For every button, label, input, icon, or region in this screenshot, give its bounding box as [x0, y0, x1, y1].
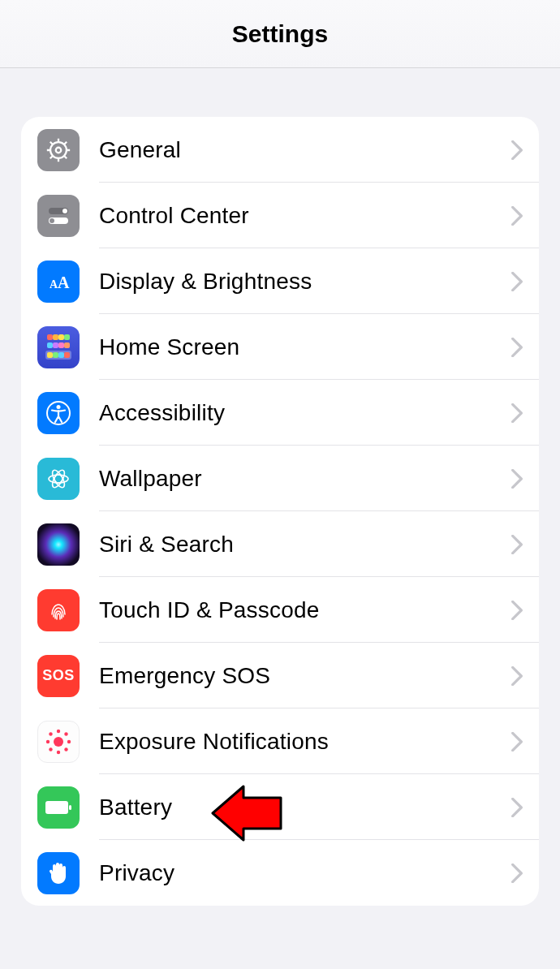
settings-row-label: Wallpaper	[99, 466, 511, 492]
svg-line-6	[50, 141, 53, 144]
home-screen-icon	[37, 326, 80, 368]
svg-point-27	[49, 732, 52, 735]
settings-row-label: Touch ID & Passcode	[99, 597, 511, 623]
sos-icon: SOS	[37, 655, 80, 697]
navigation-bar: Settings	[0, 0, 560, 68]
chevron-right-icon	[511, 666, 523, 686]
settings-row-label: Control Center	[99, 203, 511, 229]
chevron-right-icon	[511, 601, 523, 620]
chevron-right-icon	[511, 469, 523, 489]
svg-point-17	[57, 405, 61, 409]
settings-row-siri-search[interactable]: Siri & Search	[21, 511, 539, 577]
settings-row-battery[interactable]: Battery	[21, 774, 539, 840]
gear-icon	[37, 129, 80, 171]
svg-line-7	[64, 156, 67, 158]
settings-row-home-screen[interactable]: Home Screen	[21, 314, 539, 380]
svg-point-26	[67, 739, 71, 743]
settings-row-touch-id-passcode[interactable]: Touch ID & Passcode	[21, 577, 539, 643]
svg-point-24	[57, 750, 60, 753]
settings-row-privacy[interactable]: Privacy	[21, 840, 539, 906]
svg-line-8	[50, 156, 53, 158]
chevron-right-icon	[511, 140, 523, 160]
settings-row-label: Display & Brightness	[99, 269, 511, 295]
exposure-icon	[37, 721, 80, 763]
settings-row-label: Accessibility	[99, 400, 511, 426]
settings-group: General Control Center A A	[21, 117, 539, 906]
hand-icon	[37, 852, 80, 894]
accessibility-icon	[37, 392, 80, 434]
chevron-right-icon	[511, 863, 523, 883]
battery-icon	[37, 786, 80, 829]
svg-text:A: A	[58, 273, 70, 291]
svg-point-25	[46, 739, 50, 743]
svg-point-30	[49, 747, 52, 751]
svg-line-9	[64, 141, 67, 144]
settings-row-general[interactable]: General	[21, 117, 539, 183]
siri-icon	[37, 523, 80, 566]
settings-row-label: General	[99, 137, 511, 163]
svg-point-29	[64, 732, 67, 735]
chevron-right-icon	[511, 535, 523, 554]
toggles-icon	[37, 195, 80, 237]
svg-point-23	[57, 729, 60, 732]
settings-row-label: Battery	[99, 795, 511, 820]
settings-row-accessibility[interactable]: Accessibility	[21, 380, 539, 446]
svg-point-28	[64, 747, 67, 751]
settings-row-label: Privacy	[99, 860, 511, 886]
svg-rect-31	[45, 801, 68, 814]
settings-row-label: Home Screen	[99, 334, 511, 360]
svg-rect-32	[69, 805, 71, 810]
settings-row-emergency-sos[interactable]: SOS Emergency SOS	[21, 643, 539, 708]
settings-row-label: Exposure Notifications	[99, 729, 511, 755]
settings-row-label: Emergency SOS	[99, 663, 511, 689]
page-title: Settings	[232, 20, 328, 48]
chevron-right-icon	[511, 403, 523, 423]
settings-row-label: Siri & Search	[99, 532, 511, 558]
chevron-right-icon	[511, 798, 523, 817]
settings-row-wallpaper[interactable]: Wallpaper	[21, 446, 539, 511]
svg-point-0	[50, 142, 67, 158]
svg-point-19	[49, 475, 68, 483]
settings-row-exposure-notifications[interactable]: Exposure Notifications	[21, 708, 539, 774]
chevron-right-icon	[511, 206, 523, 226]
svg-point-13	[50, 218, 54, 223]
chevron-right-icon	[511, 732, 523, 752]
svg-point-22	[54, 737, 63, 747]
settings-row-control-center[interactable]: Control Center	[21, 183, 539, 248]
settings-content: General Control Center A A	[0, 117, 560, 906]
svg-point-1	[56, 147, 62, 153]
chevron-right-icon	[511, 338, 523, 357]
settings-row-display-brightness[interactable]: A A Display & Brightness	[21, 248, 539, 314]
svg-point-11	[62, 209, 67, 213]
chevron-right-icon	[511, 272, 523, 291]
text-size-icon: A A	[37, 261, 80, 303]
wallpaper-icon	[37, 458, 80, 500]
fingerprint-icon	[37, 589, 80, 631]
